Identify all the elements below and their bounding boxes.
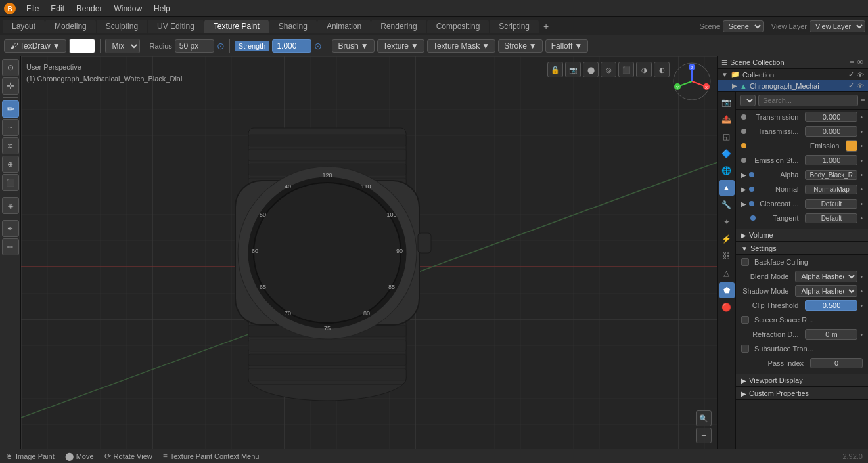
radius-field[interactable] [175, 39, 214, 53]
prop-shader[interactable]: 🔴 [719, 299, 735, 315]
tool-annotate[interactable]: ✒ [2, 220, 19, 237]
prop-view-layer[interactable]: ◱ [719, 129, 735, 144]
viewport-solid-btn[interactable]: ⬛ [618, 62, 634, 77]
refraction-value[interactable]: 0 m [805, 329, 857, 340]
outliner-filter-icon[interactable]: ≡ [850, 58, 854, 66]
clearcoat-value[interactable]: Default [805, 199, 857, 209]
pass-index-value[interactable]: 0 [810, 358, 863, 368]
add-workspace-button[interactable]: + [539, 20, 553, 33]
volume-collapse[interactable]: ▶ Volume [736, 229, 868, 242]
alpha-arrow[interactable]: ▶ [741, 171, 746, 179]
prop-scene[interactable]: 🔷 [719, 146, 735, 162]
prop-world[interactable]: 🌐 [719, 163, 735, 179]
prop-row-screen-space: Screen Space R... [736, 313, 868, 327]
viewport-xray-btn[interactable]: ◎ [601, 62, 616, 77]
tab-sculpting[interactable]: Sculpting [97, 20, 147, 33]
props-search-input[interactable] [758, 95, 858, 106]
brush-btn[interactable]: Brush ▼ [332, 39, 374, 53]
viewport-camera-btn[interactable]: 📷 [565, 62, 581, 77]
props-filter-icon[interactable]: ≡ [861, 97, 865, 104]
prop-object[interactable]: ▲ [719, 180, 735, 196]
custom-properties-collapse[interactable]: ▶ Custom Properties [736, 387, 868, 400]
prop-constraints[interactable]: ⛓ [719, 248, 735, 264]
prop-render[interactable]: 📷 [719, 95, 735, 110]
tangent-value[interactable]: Default [805, 213, 857, 223]
outliner-collection[interactable]: ▼ 📁 Collection ✓ 👁 [718, 69, 868, 80]
tab-compositing[interactable]: Compositing [427, 20, 490, 33]
tab-modeling[interactable]: Modeling [45, 20, 96, 33]
viewport-display-collapse[interactable]: ▶ Viewport Display [736, 374, 868, 387]
menu-help[interactable]: Help [148, 3, 175, 14]
subsurface-checkbox[interactable] [741, 345, 749, 353]
outliner-eye-icon[interactable]: 👁 [857, 58, 864, 66]
trans-rough-value[interactable]: 0.000 [805, 126, 857, 137]
screen-space-checkbox[interactable] [741, 316, 749, 324]
texture-mask-btn[interactable]: Texture Mask ▼ [427, 39, 495, 53]
radius-eyedropper[interactable]: ⊙ [217, 41, 225, 51]
zoom-out-btn[interactable]: − [696, 428, 712, 443]
tab-shading[interactable]: Shading [269, 20, 317, 33]
outliner-object[interactable]: ▶ ▲ Chronograph_Mechai ✓ 👁 [718, 80, 868, 91]
tab-rendering[interactable]: Rendering [371, 20, 426, 33]
zoom-in-btn[interactable]: 🔍 [696, 410, 712, 426]
mix-select[interactable]: Mix [105, 39, 140, 53]
viewport-gizmo[interactable]: Z X Y [672, 62, 712, 101]
tab-layout[interactable]: Layout [3, 20, 45, 33]
clearcoat-arrow[interactable]: ▶ [741, 200, 746, 208]
emission-color-swatch[interactable] [846, 140, 857, 152]
shadow-mode-select[interactable]: Alpha Hashed None Opaque Alpha Clip [795, 285, 857, 297]
view-layer-select[interactable]: View Layer [810, 20, 865, 32]
tool-fill[interactable]: ⬛ [2, 174, 19, 191]
viewport-render-btn[interactable]: ◐ [654, 62, 670, 77]
settings-collapse[interactable]: ▼ Settings [736, 242, 868, 255]
clip-threshold-value[interactable]: 0.500 [805, 300, 857, 311]
alpha-value[interactable]: Body_Black_R... [805, 170, 857, 180]
emission-str-value[interactable]: 1.000 [805, 155, 857, 165]
settings-label: Settings [750, 244, 777, 252]
tool-soften[interactable]: ~ [2, 119, 19, 136]
strength-field[interactable] [272, 39, 311, 53]
tool-draw[interactable]: ✏ [2, 100, 19, 118]
menu-render[interactable]: Render [71, 3, 107, 14]
collection-checkbox[interactable]: ✓ [848, 70, 854, 79]
menu-window[interactable]: Window [108, 3, 147, 14]
object-eye[interactable]: 👁 [857, 82, 864, 90]
prop-particles[interactable]: ✦ [719, 214, 735, 230]
backface-checkbox[interactable] [741, 258, 749, 266]
tool-mask[interactable]: ◈ [2, 197, 19, 214]
tool-annotate2[interactable]: ✏ [2, 238, 19, 255]
menu-edit[interactable]: Edit [45, 3, 70, 14]
prop-modifier[interactable]: 🔧 [719, 197, 735, 213]
viewport-lock-btn[interactable]: 🔒 [547, 62, 563, 77]
blend-mode-select[interactable]: Alpha Hashed Opaque Alpha Clip Alpha Ble… [795, 271, 857, 282]
tool-cursor[interactable]: ✛ [2, 77, 19, 95]
prop-material[interactable]: ⬟ [719, 282, 735, 298]
viewport-3d[interactable]: 120 110 100 90 85 80 75 70 65 60 50 40 U… [21, 56, 717, 449]
normal-arrow[interactable]: ▶ [741, 186, 746, 193]
normal-value[interactable]: Normal/Map [805, 185, 857, 194]
transmission-value[interactable]: 0.000 [805, 112, 857, 122]
tool-smear[interactable]: ≋ [2, 137, 19, 154]
falloff-btn[interactable]: Falloff ▼ [545, 39, 588, 53]
prop-data[interactable]: △ [719, 265, 735, 281]
color-swatch[interactable] [69, 39, 95, 53]
tab-texture-paint[interactable]: Texture Paint [204, 20, 269, 33]
stroke-btn[interactable]: Stroke ▼ [498, 39, 543, 53]
tool-view[interactable]: ⊙ [2, 59, 19, 76]
viewport-material-btn[interactable]: ◑ [636, 62, 652, 77]
menu-file[interactable]: File [21, 3, 44, 14]
object-checkbox[interactable]: ✓ [848, 81, 854, 90]
tab-animation[interactable]: Animation [317, 20, 371, 33]
prop-output[interactable]: 📤 [719, 112, 735, 127]
scene-select[interactable]: Scene [723, 20, 764, 32]
mode-select[interactable]: 🖌 TexDraw ▼ [4, 39, 66, 53]
tool-clone[interactable]: ⊕ [2, 156, 19, 173]
prop-physics[interactable]: ⚡ [719, 231, 735, 247]
strength-eyedropper[interactable]: ⊙ [314, 41, 322, 51]
props-mode-select[interactable]: ≡ [740, 95, 756, 106]
tab-scripting[interactable]: Scripting [490, 20, 539, 33]
tab-uv-editing[interactable]: UV Editing [148, 20, 204, 33]
viewport-overlay-btn[interactable]: ⬤ [583, 62, 599, 77]
collection-eye[interactable]: 👁 [857, 71, 864, 79]
texture-btn[interactable]: Texture ▼ [377, 39, 424, 53]
